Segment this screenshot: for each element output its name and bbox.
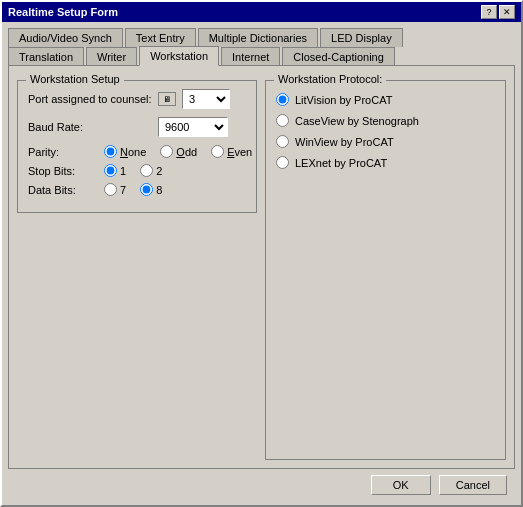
data-bits-7-option[interactable]: 7: [104, 183, 126, 196]
ok-button[interactable]: OK: [371, 475, 431, 495]
protocol-lexnet-radio[interactable]: [276, 156, 289, 169]
stop-bits-2-radio[interactable]: [140, 164, 153, 177]
main-window: Realtime Setup Form ? ✕ Audio/Video Sync…: [0, 0, 523, 507]
port-label: Port assigned to counsel:: [28, 93, 158, 105]
data-bits-row: Data Bits: 7 8: [28, 183, 246, 196]
stop-bits-group: 1 2: [104, 164, 162, 177]
parity-odd-label: Odd: [176, 146, 197, 158]
tabs-row-1: Audio/Video Synch Text Entry Multiple Di…: [8, 26, 515, 45]
tab-audio-video-synch[interactable]: Audio/Video Synch: [8, 28, 123, 47]
workstation-protocol-panel: Workstation Protocol: LitVision by ProCA…: [265, 74, 506, 460]
bottom-bar: OK Cancel: [8, 469, 515, 501]
workstation-setup-panel: Workstation Setup Port assigned to couns…: [17, 74, 257, 460]
parity-even-radio[interactable]: [211, 145, 224, 158]
tab-closed-captioning[interactable]: Closed-Captioning: [282, 47, 395, 67]
workstation-protocol-group: Workstation Protocol: LitVision by ProCA…: [265, 80, 506, 460]
data-bits-label: Data Bits:: [28, 184, 98, 196]
cancel-button[interactable]: Cancel: [439, 475, 507, 495]
protocol-caseview-label: CaseView by Stenograph: [295, 115, 419, 127]
stop-bits-label: Stop Bits:: [28, 165, 98, 177]
tab-text-entry[interactable]: Text Entry: [125, 28, 196, 47]
stop-bits-1-label: 1: [120, 165, 126, 177]
parity-odd-radio[interactable]: [160, 145, 173, 158]
protocol-caseview-radio[interactable]: [276, 114, 289, 127]
port-icon: 🖥: [158, 92, 176, 106]
workstation-protocol-legend: Workstation Protocol:: [274, 73, 386, 85]
protocol-options: LitVision by ProCAT CaseView by Stenogra…: [276, 89, 495, 169]
port-controls: 🖥 3 1 2 4: [158, 89, 230, 109]
port-row: Port assigned to counsel: 🖥 3 1 2 4: [28, 89, 246, 109]
tab-translation[interactable]: Translation: [8, 47, 84, 67]
protocol-litvision-label: LitVision by ProCAT: [295, 94, 392, 106]
stop-bits-1-option[interactable]: 1: [104, 164, 126, 177]
data-bits-7-label: 7: [120, 184, 126, 196]
stop-bits-1-radio[interactable]: [104, 164, 117, 177]
baud-rate-label: Baud Rate:: [28, 121, 158, 133]
protocol-winview-option[interactable]: WinView by ProCAT: [276, 135, 495, 148]
data-bits-8-label: 8: [156, 184, 162, 196]
tab-panel: Workstation Setup Port assigned to couns…: [8, 65, 515, 469]
protocol-winview-radio[interactable]: [276, 135, 289, 148]
parity-even-label: Even: [227, 146, 252, 158]
help-button[interactable]: ?: [481, 5, 497, 19]
parity-none-radio[interactable]: [104, 145, 117, 158]
protocol-litvision-radio[interactable]: [276, 93, 289, 106]
data-bits-group: 7 8: [104, 183, 162, 196]
stop-bits-2-label: 2: [156, 165, 162, 177]
tab-multiple-dictionaries[interactable]: Multiple Dictionaries: [198, 28, 318, 47]
protocol-lexnet-option[interactable]: LEXnet by ProCAT: [276, 156, 495, 169]
protocol-caseview-option[interactable]: CaseView by Stenograph: [276, 114, 495, 127]
tab-led-display[interactable]: LED Display: [320, 28, 403, 47]
parity-even-option[interactable]: Even: [211, 145, 252, 158]
workstation-setup-group: Workstation Setup Port assigned to couns…: [17, 80, 257, 213]
tab-writer[interactable]: Writer: [86, 47, 137, 67]
baud-rate-select[interactable]: 9600 1200 2400 4800 19200: [158, 117, 228, 137]
close-button[interactable]: ✕: [499, 5, 515, 19]
workstation-setup-legend: Workstation Setup: [26, 73, 124, 85]
stop-bits-2-option[interactable]: 2: [140, 164, 162, 177]
protocol-winview-label: WinView by ProCAT: [295, 136, 394, 148]
tab-workstation[interactable]: Workstation: [139, 46, 219, 66]
stop-bits-row: Stop Bits: 1 2: [28, 164, 246, 177]
window-content: Audio/Video Synch Text Entry Multiple Di…: [2, 22, 521, 505]
tabs-row-2: Translation Writer Workstation Internet …: [8, 45, 515, 65]
parity-label: Parity:: [28, 146, 98, 158]
baud-rate-row: Baud Rate: 9600 1200 2400 4800 19200: [28, 117, 246, 137]
parity-none-option[interactable]: None: [104, 145, 146, 158]
protocol-lexnet-label: LEXnet by ProCAT: [295, 157, 387, 169]
port-select[interactable]: 3 1 2 4: [182, 89, 230, 109]
data-bits-7-radio[interactable]: [104, 183, 117, 196]
protocol-litvision-option[interactable]: LitVision by ProCAT: [276, 93, 495, 106]
parity-row: Parity: None Odd: [28, 145, 246, 158]
data-bits-8-radio[interactable]: [140, 183, 153, 196]
title-bar: Realtime Setup Form ? ✕: [2, 2, 521, 22]
parity-odd-option[interactable]: Odd: [160, 145, 197, 158]
parity-group: None Odd Even: [104, 145, 252, 158]
tab-internet[interactable]: Internet: [221, 47, 280, 67]
window-title: Realtime Setup Form: [8, 6, 118, 18]
parity-none-label: None: [120, 146, 146, 158]
data-bits-8-option[interactable]: 8: [140, 183, 162, 196]
title-bar-buttons: ? ✕: [481, 5, 515, 19]
